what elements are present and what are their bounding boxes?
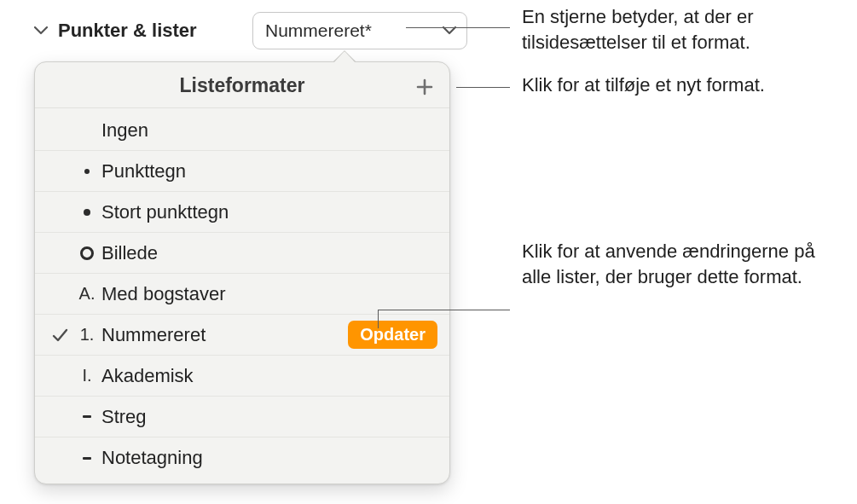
callout-line — [406, 27, 510, 28]
row-label: Med bogstaver — [101, 283, 437, 305]
panel-header-row: Punkter & lister Nummereret* — [32, 7, 467, 55]
plus-icon — [415, 78, 434, 96]
checkmark-icon — [47, 327, 72, 344]
list-item[interactable]: Punkttegn — [35, 151, 449, 192]
row-label: Notetagning — [101, 447, 437, 469]
bullet-small-icon — [72, 169, 101, 174]
letter-marker: A. — [72, 284, 101, 304]
list-item[interactable]: A. Med bogstaver — [35, 274, 449, 315]
callout-asterisk: En stjerne betyder, at der er tilsidesæt… — [522, 4, 837, 56]
disclosure-down-icon[interactable] — [32, 22, 49, 39]
list-item[interactable]: I. Akademisk — [35, 356, 449, 397]
popover-title: Listeformater — [180, 74, 305, 97]
format-panel: Punkter & lister Nummereret* — [32, 7, 467, 55]
callout-line — [378, 310, 510, 310]
image-bullet-icon — [72, 246, 101, 260]
popover-header: Listeformater — [35, 62, 449, 108]
list-formats-popover: Listeformater Ingen Punkttegn Stort punk… — [34, 61, 450, 484]
list-style-dropdown[interactable]: Nummereret* — [252, 12, 467, 49]
roman-marker: I. — [72, 366, 101, 385]
list-item[interactable]: Stort punkttegn — [35, 192, 449, 233]
add-format-button[interactable] — [414, 76, 436, 98]
update-button[interactable]: Opdater — [348, 321, 437, 349]
callout-line — [378, 310, 379, 328]
row-label: Ingen — [101, 119, 437, 142]
dash-marker-icon — [72, 415, 101, 418]
callout-line — [456, 87, 510, 88]
row-label: Punkttegn — [101, 160, 437, 182]
list-item[interactable]: Ingen — [35, 110, 449, 151]
callout-add: Klik for at tilføje et nyt format. — [522, 72, 846, 98]
row-label: Nummereret — [101, 324, 348, 346]
row-label: Akademisk — [101, 365, 437, 387]
list-item-selected[interactable]: 1. Nummereret Opdater — [35, 315, 449, 356]
section-title: Punkter & lister — [58, 20, 244, 42]
callout-update: Klik for at anvende ændringerne på alle … — [522, 239, 829, 291]
list-item[interactable]: Notetagning — [35, 437, 449, 478]
dash-marker-icon — [72, 457, 101, 460]
bullet-large-icon — [72, 209, 101, 216]
dropdown-value: Nummereret* — [265, 20, 439, 41]
list-item[interactable]: Streg — [35, 397, 449, 437]
list-formats-list: Ingen Punkttegn Stort punkttegn Billede … — [35, 108, 449, 484]
list-item[interactable]: Billede — [35, 233, 449, 274]
row-label: Billede — [101, 242, 437, 264]
row-label: Streg — [101, 406, 437, 428]
number-marker: 1. — [72, 325, 101, 345]
row-label: Stort punkttegn — [101, 201, 437, 223]
